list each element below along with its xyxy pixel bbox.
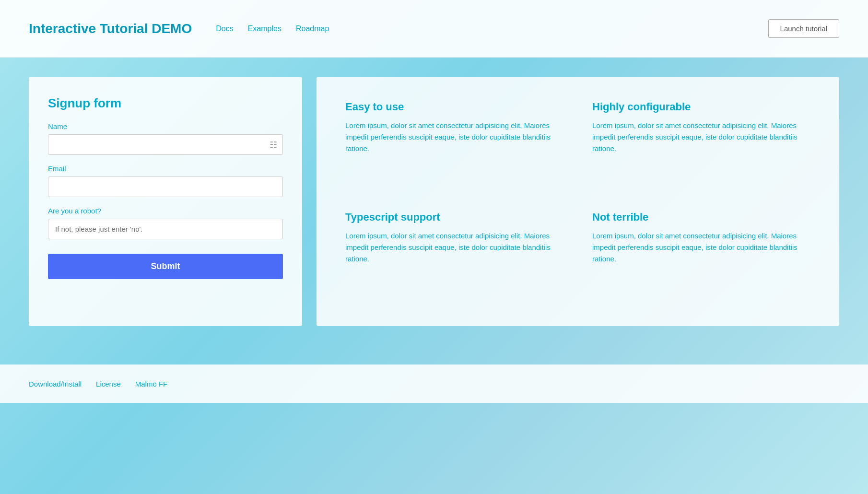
feature-title-1: Highly configurable [592, 101, 810, 113]
nav-examples[interactable]: Examples [248, 24, 282, 33]
name-input-wrapper: ☷ [48, 134, 283, 155]
launch-tutorial-button[interactable]: Launch tutorial [768, 19, 839, 38]
email-field-group: Email [48, 165, 283, 197]
name-input[interactable] [48, 134, 283, 155]
footer: Download/Install License Malmö FF [0, 365, 868, 403]
email-label: Email [48, 165, 283, 173]
nav-docs[interactable]: Docs [216, 24, 233, 33]
footer-download[interactable]: Download/Install [29, 380, 82, 388]
robot-input[interactable] [48, 219, 283, 239]
app-title: Interactive Tutorial DEMO [29, 21, 192, 36]
header: Interactive Tutorial DEMO Docs Examples … [0, 0, 868, 58]
feature-desc-3: Lorem ipsum, dolor sit amet consectetur … [592, 230, 810, 265]
signup-panel: Signup form Name ☷ Email Are you a robot… [29, 77, 302, 326]
feature-desc-2: Lorem ipsum, dolor sit amet consectetur … [345, 230, 563, 265]
feature-title-2: Typescript support [345, 211, 563, 223]
submit-button[interactable]: Submit [48, 254, 283, 279]
robot-label: Are you a robot? [48, 207, 283, 215]
feature-title-3: Not terrible [592, 211, 810, 223]
email-input[interactable] [48, 176, 283, 197]
signup-title: Signup form [48, 96, 283, 111]
feature-desc-1: Lorem ipsum, dolor sit amet consectetur … [592, 120, 810, 154]
feature-easy-to-use: Easy to use Lorem ipsum, dolor sit amet … [345, 101, 563, 192]
main-content: Signup form Name ☷ Email Are you a robot… [0, 58, 868, 345]
main-nav: Docs Examples Roadmap Launch tutorial [216, 19, 839, 38]
feature-highly-configurable: Highly configurable Lorem ipsum, dolor s… [592, 101, 810, 192]
feature-typescript-support: Typescript support Lorem ipsum, dolor si… [345, 211, 563, 302]
footer-license[interactable]: License [96, 380, 121, 388]
feature-title-0: Easy to use [345, 101, 563, 113]
footer-malmo[interactable]: Malmö FF [135, 380, 168, 388]
features-panel: Easy to use Lorem ipsum, dolor sit amet … [317, 77, 839, 326]
name-field-group: Name ☷ [48, 122, 283, 155]
nav-roadmap[interactable]: Roadmap [296, 24, 329, 33]
name-label: Name [48, 122, 283, 130]
feature-not-terrible: Not terrible Lorem ipsum, dolor sit amet… [592, 211, 810, 302]
feature-desc-0: Lorem ipsum, dolor sit amet consectetur … [345, 120, 563, 154]
address-card-icon: ☷ [270, 140, 277, 150]
robot-field-group: Are you a robot? [48, 207, 283, 239]
